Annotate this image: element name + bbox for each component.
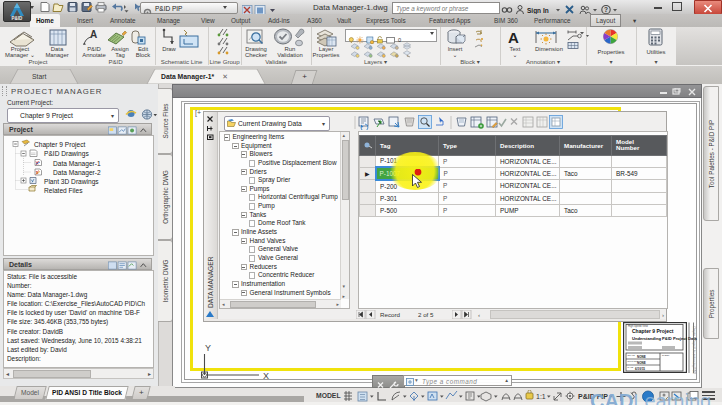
- svg-text:Chapter 9 Project: Chapter 9 Project: [632, 328, 674, 334]
- svg-text:Related Files: Related Files: [44, 187, 83, 194]
- svg-text:NONE: NONE: [637, 355, 646, 359]
- svg-text:Sign In: Sign In: [527, 6, 549, 14]
- svg-text:A: A: [90, 29, 97, 40]
- svg-text:Y: Y: [205, 343, 211, 353]
- svg-text:P&ID: P&ID: [12, 16, 24, 21]
- svg-text:Data Manager-1: Data Manager-1: [53, 160, 101, 168]
- svg-text:Understanding P&ID Project Dat: Understanding P&ID Project Data: [632, 336, 698, 341]
- svg-text:P&ID Drawings: P&ID Drawings: [44, 150, 89, 158]
- svg-text:1:1: 1:1: [536, 393, 546, 400]
- svg-text:?: ?: [604, 6, 608, 13]
- svg-text:Chapter 9 Project Understandin: Chapter 9 Project Understanding P&ID: [692, 326, 696, 374]
- svg-text:DATE: DATE: [628, 366, 634, 368]
- svg-text:X: X: [263, 371, 269, 381]
- svg-text:6/10/15: 6/10/15: [635, 367, 645, 371]
- svg-text:Plant 3D Drawings: Plant 3D Drawings: [44, 178, 99, 186]
- svg-text:Chapter 9 Project: Chapter 9 Project: [34, 141, 85, 149]
- svg-text:SHEET: SHEET: [662, 354, 670, 356]
- svg-text:SCALE: SCALE: [628, 354, 636, 356]
- svg-text:NONE: NONE: [637, 361, 646, 365]
- svg-text:Data Manager-2: Data Manager-2: [53, 169, 101, 177]
